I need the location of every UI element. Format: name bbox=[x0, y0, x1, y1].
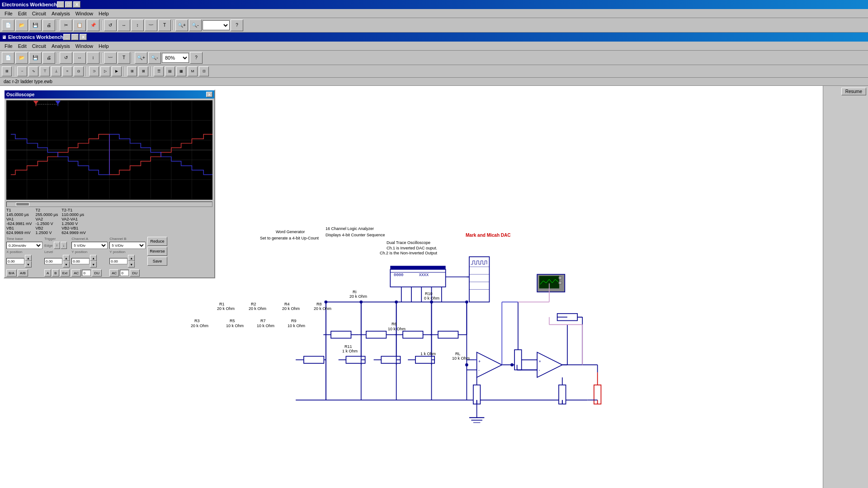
cut-btn[interactable]: ✂ bbox=[60, 19, 72, 31]
inner-zoom-out-btn[interactable]: 🔍- bbox=[148, 52, 161, 64]
chanB-scale[interactable]: 5 V/Div bbox=[109, 242, 146, 249]
chanB-du-btn[interactable]: DU bbox=[130, 269, 140, 277]
minimize-btn[interactable]: _ bbox=[57, 1, 64, 8]
level-down[interactable]: ▼ bbox=[63, 261, 70, 267]
comp-btn-2[interactable]: ~ bbox=[17, 66, 27, 76]
comp-btn-6[interactable]: ≈ bbox=[62, 66, 72, 76]
comp-btn-8[interactable]: ⊃ bbox=[89, 66, 99, 76]
comp-btn-4[interactable]: ⊤ bbox=[40, 66, 50, 76]
paste-btn[interactable]: 📌 bbox=[87, 19, 99, 31]
xpos-up[interactable]: ▲ bbox=[25, 255, 32, 261]
wire-btn[interactable]: 〰 bbox=[145, 19, 157, 31]
outer-menu-window[interactable]: Window bbox=[73, 10, 96, 17]
flip-v-btn[interactable]: ↕ bbox=[131, 19, 144, 31]
flip-h-btn[interactable]: ↔ bbox=[118, 19, 130, 31]
new-btn[interactable]: 📄 bbox=[2, 19, 14, 31]
save-btn[interactable]: 💾 bbox=[29, 19, 42, 31]
outer-window-controls[interactable]: _ □ X bbox=[57, 1, 80, 8]
osc-scrollbar[interactable] bbox=[6, 202, 212, 207]
inner-zoom-in-btn[interactable]: 🔍+ bbox=[135, 52, 147, 64]
comp-btn-3[interactable]: ∿ bbox=[28, 66, 38, 76]
comp-btn-17[interactable]: ⊡ bbox=[199, 66, 209, 76]
inner-rotate-btn[interactable]: ↺ bbox=[60, 52, 72, 64]
outer-menu-circuit[interactable]: Circuit bbox=[29, 10, 49, 17]
inner-window-controls[interactable]: _ □ X bbox=[63, 34, 87, 40]
edge-falling-btn[interactable]: ↓ bbox=[61, 242, 67, 249]
b-over-a-btn[interactable]: B/A bbox=[6, 269, 17, 277]
trig-ext-btn[interactable]: Ext bbox=[60, 269, 70, 277]
inner-maximize-btn[interactable]: □ bbox=[71, 34, 79, 40]
comp-btn-15[interactable]: ▦ bbox=[176, 66, 186, 76]
chanA-ypos-down[interactable]: ▼ bbox=[90, 261, 97, 267]
comp-btn-5[interactable]: ⊥ bbox=[51, 66, 61, 76]
inner-menu-help[interactable]: Help bbox=[96, 42, 112, 50]
inner-new-btn[interactable]: 📄 bbox=[2, 52, 14, 64]
reverse-btn[interactable]: Reverse bbox=[147, 247, 167, 256]
inner-minimize-btn[interactable]: _ bbox=[63, 34, 71, 40]
chanA-scale[interactable]: 5 V/Div bbox=[71, 242, 108, 249]
copy-btn[interactable]: 📋 bbox=[73, 19, 86, 31]
zoom-out-btn[interactable]: 🔍- bbox=[189, 19, 202, 31]
maximize-btn[interactable]: □ bbox=[65, 1, 72, 8]
level-up[interactable]: ▲ bbox=[63, 255, 70, 261]
trig-b-btn[interactable]: B bbox=[52, 269, 59, 277]
inner-help-btn[interactable]: ? bbox=[190, 52, 203, 64]
chanA-ac-btn[interactable]: AC bbox=[71, 269, 81, 277]
outer-menu-file[interactable]: File bbox=[2, 10, 15, 17]
resume-btn[interactable]: Resume bbox=[841, 88, 866, 95]
xpos-input[interactable] bbox=[6, 258, 24, 264]
chanA-ypos-input[interactable] bbox=[71, 258, 90, 264]
comp-btn-11[interactable]: ⊞ bbox=[127, 66, 137, 76]
edge-rising-btn[interactable]: ↑ bbox=[54, 242, 60, 249]
inner-menu-edit[interactable]: Edit bbox=[15, 42, 29, 50]
a-over-b-btn[interactable]: A/B bbox=[18, 269, 28, 277]
outer-menu-help[interactable]: Help bbox=[96, 10, 112, 17]
save-osc-btn[interactable]: Save bbox=[147, 257, 167, 266]
comp-btn-14[interactable]: ▤ bbox=[165, 66, 175, 76]
inner-zoom-select[interactable]: 50% 75% 80% 100% 125% bbox=[162, 53, 189, 63]
timebase-select[interactable]: 0.20ms/div bbox=[6, 242, 42, 249]
text-btn[interactable]: T bbox=[158, 19, 171, 31]
inner-menu-analysis[interactable]: Analysis bbox=[49, 42, 73, 50]
level-input[interactable] bbox=[44, 258, 62, 264]
inner-save-btn[interactable]: 💾 bbox=[29, 52, 42, 64]
osc-close-btn[interactable]: X bbox=[206, 92, 212, 97]
zoom-select[interactable]: 100% bbox=[203, 20, 230, 30]
trig-a-btn[interactable]: A bbox=[44, 269, 51, 277]
inner-close-btn[interactable]: X bbox=[80, 34, 87, 40]
inner-open-btn[interactable]: 📂 bbox=[15, 52, 28, 64]
inner-flip-h-btn[interactable]: ↔ bbox=[73, 52, 86, 64]
outer-menu-edit[interactable]: Edit bbox=[15, 10, 29, 17]
comp-btn-10[interactable]: ▶ bbox=[112, 66, 122, 76]
comp-btn-12[interactable]: ⊠ bbox=[138, 66, 148, 76]
rotate-btn[interactable]: ↺ bbox=[104, 19, 117, 31]
chanA-ypos-up[interactable]: ▲ bbox=[90, 255, 97, 261]
comp-btn-16[interactable]: M bbox=[188, 66, 198, 76]
comp-btn-7[interactable]: Ω bbox=[74, 66, 84, 76]
chanB-ac-btn[interactable]: AC bbox=[109, 269, 119, 277]
print-btn[interactable]: 🖨 bbox=[42, 19, 55, 31]
inner-flip-v-btn[interactable]: ↕ bbox=[87, 52, 99, 64]
inner-menu-window[interactable]: Window bbox=[73, 42, 96, 50]
comp-btn-13[interactable]: ☰ bbox=[154, 66, 164, 76]
comp-btn-9[interactable]: ▷ bbox=[100, 66, 110, 76]
inner-menu-file[interactable]: File bbox=[2, 42, 15, 50]
chanB-ypos-down[interactable]: ▼ bbox=[128, 261, 135, 267]
chanB-dc-val[interactable] bbox=[120, 270, 129, 276]
reduce-btn[interactable]: Reduce bbox=[147, 237, 167, 246]
inner-text-btn[interactable]: T bbox=[118, 52, 130, 64]
inner-print-btn[interactable]: 🖨 bbox=[42, 52, 55, 64]
inner-menu-circuit[interactable]: Circuit bbox=[29, 42, 49, 50]
open-btn[interactable]: 📂 bbox=[15, 19, 28, 31]
inner-wire-btn[interactable]: 〰 bbox=[104, 52, 117, 64]
chanA-dc-val[interactable] bbox=[82, 270, 91, 276]
chanB-ypos-up[interactable]: ▲ bbox=[128, 255, 135, 261]
comp-btn-1[interactable]: ⊞ bbox=[2, 66, 12, 76]
zoom-in-btn[interactable]: 🔍+ bbox=[175, 19, 188, 31]
outer-menu-analysis[interactable]: Analysis bbox=[49, 10, 73, 17]
chanB-ypos-input[interactable] bbox=[109, 258, 127, 264]
xpos-down[interactable]: ▼ bbox=[25, 261, 32, 267]
close-btn[interactable]: X bbox=[73, 1, 80, 8]
chanA-du-btn[interactable]: DU bbox=[92, 269, 102, 277]
help-btn[interactable]: ? bbox=[231, 19, 243, 31]
